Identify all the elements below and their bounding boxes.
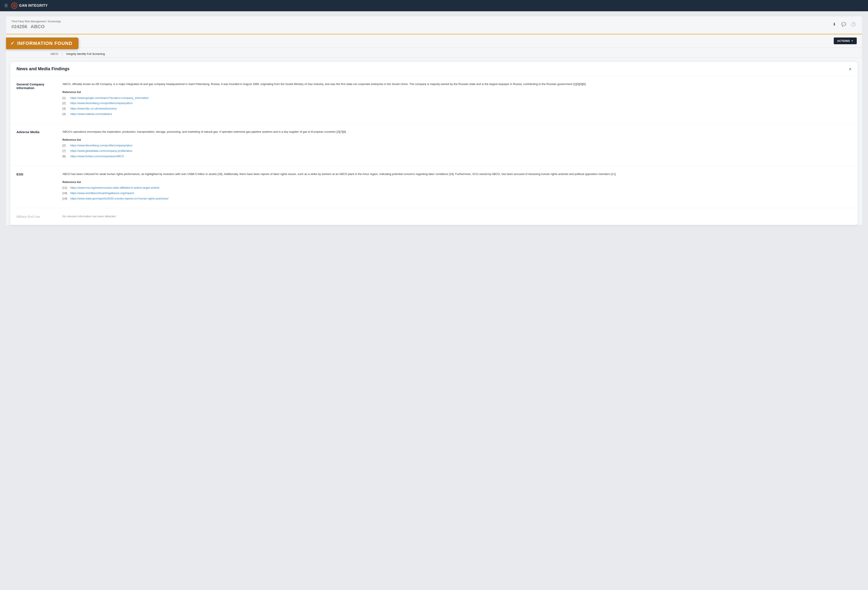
brand-icon [11,3,17,9]
ref-num: [18] [62,191,68,196]
ref-item: [2]https://www.bloomberg.com/profile/com… [62,101,852,106]
ref-item: [1]https://www.google.com/search?q=abco+… [62,96,852,100]
section-row-adverse-media: Adverse MediaABCO's operations encompass… [10,124,858,166]
ref-num: [3] [62,106,68,111]
ref-link[interactable]: https://www.google.com/search?q=abco+com… [70,96,149,100]
tab-screening[interactable]: Integrity Identify Full Screening [65,50,106,57]
download-button[interactable]: ⬇ [831,21,838,28]
breadcrumb-current: Screenings [48,20,61,23]
sections-container: General Company InformationABCO, officia… [10,76,858,225]
ref-link[interactable]: https://www.bloomberg.com/profile/compan… [70,101,133,106]
ref-item: [3]https://www.bbc.co.uk/news/business [62,106,852,111]
brand-logo: GAN INTEGRITY [11,3,48,9]
content-panel: News and Media Findings ∧ General Compan… [10,62,858,225]
brand-name: GAN INTEGRITY [19,4,48,7]
section-body-esg: ABCO has been criticized for weak human … [62,172,852,177]
ref-link[interactable]: https://www.bloomberg.com/profile/compan… [70,143,133,148]
section-row-military-end-use: Military End UseNo relevant information … [10,208,858,225]
section-content-general-company: ABCO, officially known as AB Company, is… [62,82,852,117]
ref-num: [2] [62,101,68,106]
section-row-esg: ESGABCO has been criticized for weak hum… [10,166,858,208]
ref-link[interactable]: https://www.bbc.co.uk/news/business [70,106,117,111]
section-body-adverse-media: ABCO's operations encompass the explorat… [62,130,852,134]
section-content-military-end-use: No relevant information has been detecte… [62,214,852,219]
panel-title: News and Media Findings [16,66,69,71]
ref-link[interactable]: https://www.globaldata.com/company-profi… [70,149,132,153]
main-area: Third Party Risk Management / Screenings… [0,11,868,590]
ref-item: [11]https://www.hrw.org/news/russias-sta… [62,186,852,190]
status-label: INFORMATION FOUND [17,41,72,46]
ref-num: [4] [62,112,68,117]
ref-link[interactable]: https://www.state.gov/reports/2020-count… [70,196,168,201]
ref-list-label-adverse-media: Reference list [62,138,852,142]
hamburger-icon[interactable]: ☰ [4,3,8,8]
svg-point-1 [14,5,15,6]
ref-num: [7] [62,149,68,153]
ref-list-label-esg: Reference list [62,180,852,184]
ref-item: [2]https://www.bloomberg.com/profile/com… [62,143,852,148]
section-content-esg: ABCO has been criticized for weak human … [62,172,852,202]
section-label-general-company: General Company Information [16,82,56,117]
status-badge: ✓ INFORMATION FOUND [6,37,78,49]
ref-num: [11] [62,186,68,190]
section-label-esg: ESG [16,172,56,202]
header-actions: ⬇ 💬 🕐 [831,21,857,28]
section-row-general-company: General Company InformationABCO, officia… [10,76,858,124]
section-label-adverse-media: Adverse Media [16,130,56,159]
ref-link[interactable]: https://www.worldbenchmarkingalliance.or… [70,191,134,196]
section-label-military-end-use: Military End Use [16,214,56,219]
page-entity-name: ABCO [31,24,45,29]
top-navigation: ☰ GAN INTEGRITY [0,0,868,11]
breadcrumb-parent[interactable]: Third Party Risk Management [11,20,46,23]
check-icon: ✓ [10,41,15,46]
breadcrumb-separator: / [46,20,48,23]
ref-link[interactable]: https://www.forbes.com/companiess/ABCO [70,154,124,159]
ref-num: [2] [62,143,68,148]
breadcrumb: Third Party Risk Management / Screenings [11,20,857,23]
ref-item: [4]https://www.statista.com/statistics [62,112,852,117]
ref-link[interactable]: https://www.statista.com/statistics [70,112,112,117]
page-title: #24256 ABCO [11,24,857,30]
section-content-adverse-media: ABCO's operations encompass the explorat… [62,130,852,159]
comment-button[interactable]: 💬 [840,21,847,28]
tab-separator: | [61,50,63,58]
tab-bar: ABCO | Integrity Identify Full Screening [6,47,862,58]
page-header: Third Party Risk Management / Screenings… [6,16,862,34]
panel-header: News and Media Findings ∧ [10,62,858,76]
tab-entity[interactable]: ABCO [49,50,59,57]
section-body-general-company: ABCO, officially known as AB Company, is… [62,82,852,87]
ref-num: [19] [62,196,68,201]
ref-num: [8] [62,154,68,159]
ref-list-label-general-company: Reference list [62,90,852,94]
ref-num: [1] [62,96,68,100]
ref-link[interactable]: https://www.hrw.org/news/russias-state-a… [70,186,159,190]
ref-item: [8]https://www.forbes.com/companiess/ABC… [62,154,852,159]
collapse-button[interactable]: ∧ [849,66,852,71]
card-wrapper: REVIEW INFORMATION ACTIONS ✓ INFORMATION… [6,34,862,225]
ref-item: [7]https://www.globaldata.com/company-pr… [62,149,852,153]
ref-item: [18]https://www.worldbenchmarkingallianc… [62,191,852,196]
page-id: #24256 [11,24,27,29]
review-bar: REVIEW INFORMATION ACTIONS [6,34,862,47]
history-button[interactable]: 🕐 [850,21,857,28]
no-info-military-end-use: No relevant information has been detecte… [62,215,115,218]
ref-item: [19]https://www.state.gov/reports/2020-c… [62,196,852,201]
actions-button[interactable]: ACTIONS [834,37,857,44]
